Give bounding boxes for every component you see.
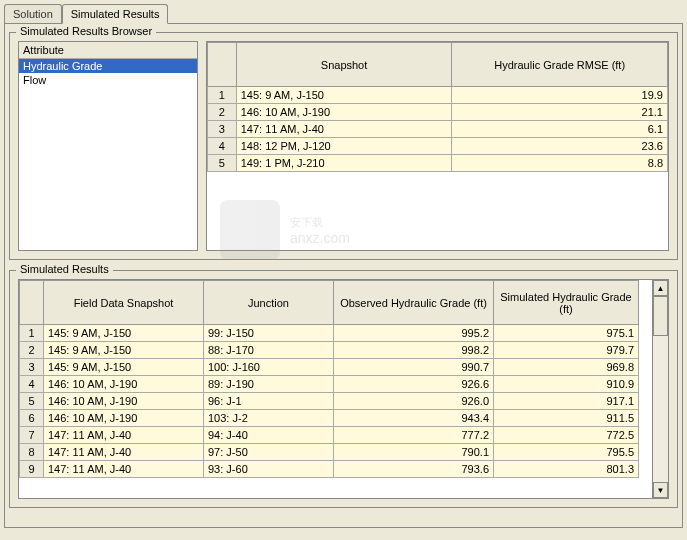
row-number: 4	[208, 138, 237, 155]
cell-junction[interactable]: 88: J-170	[204, 342, 334, 359]
rowheader-corner	[20, 281, 44, 325]
table-row[interactable]: 3147: 11 AM, J-406.1	[208, 121, 668, 138]
cell-rmse[interactable]: 23.6	[452, 138, 668, 155]
row-number: 6	[20, 410, 44, 427]
cell-snapshot[interactable]: 148: 12 PM, J-120	[236, 138, 452, 155]
row-number: 1	[208, 87, 237, 104]
cell-junction[interactable]: 96: J-1	[204, 393, 334, 410]
cell-fds[interactable]: 145: 9 AM, J-150	[44, 342, 204, 359]
cell-rmse[interactable]: 19.9	[452, 87, 668, 104]
cell-junction[interactable]: 97: J-50	[204, 444, 334, 461]
cell-junction[interactable]: 99: J-150	[204, 325, 334, 342]
cell-observed[interactable]: 926.6	[334, 376, 494, 393]
results-legend: Simulated Results	[16, 263, 113, 275]
col-rmse[interactable]: Hydraulic Grade RMSE (ft)	[452, 43, 668, 87]
row-number: 2	[208, 104, 237, 121]
cell-snapshot[interactable]: 149: 1 PM, J-210	[236, 155, 452, 172]
scroll-down-button[interactable]: ▼	[653, 482, 668, 498]
cell-simulated[interactable]: 910.9	[494, 376, 639, 393]
attr-item-flow[interactable]: Flow	[19, 73, 197, 87]
tab-bar: Solution Simulated Results	[0, 0, 687, 23]
table-row[interactable]: 5146: 10 AM, J-19096: J-1926.0917.1	[20, 393, 639, 410]
scroll-track[interactable]	[653, 296, 668, 482]
cell-snapshot[interactable]: 145: 9 AM, J-150	[236, 87, 452, 104]
col-snapshot[interactable]: Snapshot	[236, 43, 452, 87]
table-row[interactable]: 7147: 11 AM, J-4094: J-40777.2772.5	[20, 427, 639, 444]
cell-observed[interactable]: 990.7	[334, 359, 494, 376]
table-row[interactable]: 9147: 11 AM, J-4093: J-60793.6801.3	[20, 461, 639, 478]
cell-fds[interactable]: 145: 9 AM, J-150	[44, 359, 204, 376]
tab-simulated-results[interactable]: Simulated Results	[62, 4, 169, 24]
results-grid[interactable]: Field Data Snapshot Junction Observed Hy…	[19, 280, 652, 498]
cell-fds[interactable]: 147: 11 AM, J-40	[44, 427, 204, 444]
cell-junction[interactable]: 93: J-60	[204, 461, 334, 478]
cell-junction[interactable]: 89: J-190	[204, 376, 334, 393]
rowheader-corner	[208, 43, 237, 87]
cell-simulated[interactable]: 795.5	[494, 444, 639, 461]
cell-fds[interactable]: 146: 10 AM, J-190	[44, 376, 204, 393]
cell-junction[interactable]: 100: J-160	[204, 359, 334, 376]
scroll-up-button[interactable]: ▲	[653, 280, 668, 296]
cell-fds[interactable]: 147: 11 AM, J-40	[44, 444, 204, 461]
table-row[interactable]: 3145: 9 AM, J-150100: J-160990.7969.8	[20, 359, 639, 376]
table-row[interactable]: 5149: 1 PM, J-2108.8	[208, 155, 668, 172]
row-number: 2	[20, 342, 44, 359]
row-number: 5	[208, 155, 237, 172]
cell-simulated[interactable]: 917.1	[494, 393, 639, 410]
cell-rmse[interactable]: 21.1	[452, 104, 668, 121]
cell-fds[interactable]: 146: 10 AM, J-190	[44, 393, 204, 410]
cell-simulated[interactable]: 801.3	[494, 461, 639, 478]
attribute-header: Attribute	[19, 42, 197, 59]
table-row[interactable]: 1145: 9 AM, J-15099: J-150995.2975.1	[20, 325, 639, 342]
vertical-scrollbar[interactable]: ▲ ▼	[652, 280, 668, 498]
row-number: 4	[20, 376, 44, 393]
cell-fds[interactable]: 145: 9 AM, J-150	[44, 325, 204, 342]
cell-observed[interactable]: 998.2	[334, 342, 494, 359]
col-junction[interactable]: Junction	[204, 281, 334, 325]
cell-simulated[interactable]: 772.5	[494, 427, 639, 444]
browser-legend: Simulated Results Browser	[16, 25, 156, 37]
cell-rmse[interactable]: 6.1	[452, 121, 668, 138]
browser-grid[interactable]: Snapshot Hydraulic Grade RMSE (ft) 1145:…	[206, 41, 669, 251]
attribute-list[interactable]: Attribute Hydraulic Grade Flow	[18, 41, 198, 251]
results-fieldset: Simulated Results Field Data Snapshot Ju…	[9, 270, 678, 508]
cell-simulated[interactable]: 911.5	[494, 410, 639, 427]
cell-snapshot[interactable]: 146: 10 AM, J-190	[236, 104, 452, 121]
cell-simulated[interactable]: 969.8	[494, 359, 639, 376]
results-grid-wrap: Field Data Snapshot Junction Observed Hy…	[18, 279, 669, 499]
attr-item-hydraulic-grade[interactable]: Hydraulic Grade	[19, 59, 197, 73]
scroll-thumb[interactable]	[653, 296, 668, 336]
tab-solution[interactable]: Solution	[4, 4, 62, 23]
cell-snapshot[interactable]: 147: 11 AM, J-40	[236, 121, 452, 138]
cell-observed[interactable]: 943.4	[334, 410, 494, 427]
browser-fieldset: Simulated Results Browser Attribute Hydr…	[9, 32, 678, 260]
row-number: 9	[20, 461, 44, 478]
cell-observed[interactable]: 926.0	[334, 393, 494, 410]
cell-junction[interactable]: 94: J-40	[204, 427, 334, 444]
cell-observed[interactable]: 790.1	[334, 444, 494, 461]
table-row[interactable]: 1145: 9 AM, J-15019.9	[208, 87, 668, 104]
table-row[interactable]: 6146: 10 AM, J-190103: J-2943.4911.5	[20, 410, 639, 427]
table-row[interactable]: 2145: 9 AM, J-15088: J-170998.2979.7	[20, 342, 639, 359]
table-row[interactable]: 2146: 10 AM, J-19021.1	[208, 104, 668, 121]
table-row[interactable]: 4148: 12 PM, J-12023.6	[208, 138, 668, 155]
cell-simulated[interactable]: 979.7	[494, 342, 639, 359]
content-panel: Simulated Results Browser Attribute Hydr…	[4, 23, 683, 528]
col-observed-hg[interactable]: Observed Hydraulic Grade (ft)	[334, 281, 494, 325]
cell-rmse[interactable]: 8.8	[452, 155, 668, 172]
col-simulated-hg[interactable]: Simulated Hydraulic Grade (ft)	[494, 281, 639, 325]
col-field-data-snapshot[interactable]: Field Data Snapshot	[44, 281, 204, 325]
cell-simulated[interactable]: 975.1	[494, 325, 639, 342]
cell-observed[interactable]: 793.6	[334, 461, 494, 478]
cell-observed[interactable]: 777.2	[334, 427, 494, 444]
row-number: 1	[20, 325, 44, 342]
row-number: 5	[20, 393, 44, 410]
row-number: 3	[208, 121, 237, 138]
cell-fds[interactable]: 147: 11 AM, J-40	[44, 461, 204, 478]
cell-fds[interactable]: 146: 10 AM, J-190	[44, 410, 204, 427]
table-row[interactable]: 4146: 10 AM, J-19089: J-190926.6910.9	[20, 376, 639, 393]
table-row[interactable]: 8147: 11 AM, J-4097: J-50790.1795.5	[20, 444, 639, 461]
cell-junction[interactable]: 103: J-2	[204, 410, 334, 427]
cell-observed[interactable]: 995.2	[334, 325, 494, 342]
row-number: 3	[20, 359, 44, 376]
